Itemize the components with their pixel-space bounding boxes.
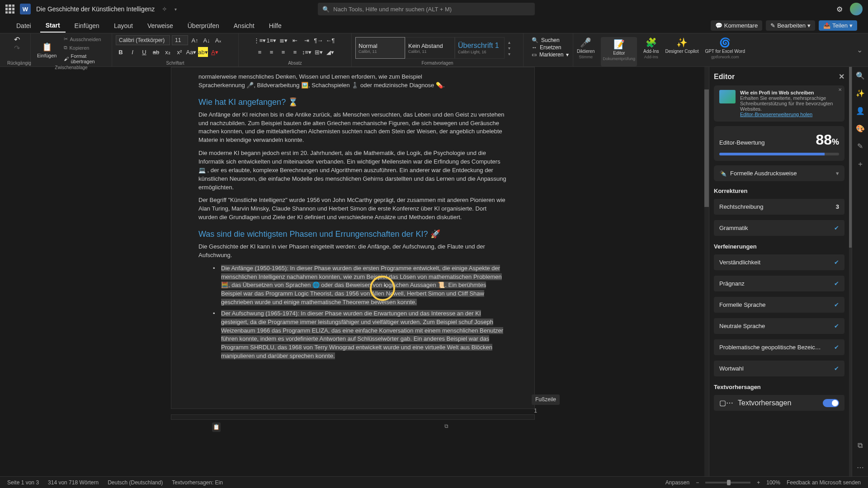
rail-ink-icon[interactable]: ✎ bbox=[857, 142, 863, 150]
undo-icon[interactable]: ↶ bbox=[14, 35, 20, 44]
edit-mode-button[interactable]: ✎ Bearbeiten ▾ bbox=[766, 20, 815, 31]
superscript-icon[interactable]: x² bbox=[175, 47, 184, 57]
shrink-font-icon[interactable]: A↓ bbox=[202, 35, 212, 45]
find-button[interactable]: 🔍 Suchen bbox=[532, 37, 565, 43]
predictions-toggle[interactable] bbox=[823, 399, 839, 407]
line-spacing-icon[interactable]: ↕≡▾ bbox=[302, 47, 312, 57]
rail-search-icon[interactable]: 🔍 bbox=[856, 71, 865, 80]
shading-icon[interactable]: ◢▾ bbox=[326, 47, 335, 57]
tab-layout[interactable]: Layout bbox=[108, 19, 138, 32]
clip-reference-icon[interactable]: ⧉ bbox=[444, 422, 448, 430]
status-words[interactable]: 314 von 718 Wörtern bbox=[48, 479, 99, 486]
tab-ueberpruefen[interactable]: Überprüfen bbox=[182, 19, 225, 32]
writing-style-select[interactable]: ✒️ Formelle Ausdrucksweise ▾ bbox=[714, 165, 844, 181]
user-avatar[interactable] bbox=[850, 3, 863, 15]
paste-options-icon[interactable]: 📋 bbox=[212, 422, 221, 432]
font-color-icon[interactable]: A▾ bbox=[210, 47, 220, 57]
document-title[interactable]: Die Geschichte der Künstlichen Intellige… bbox=[36, 5, 155, 13]
dictate-button[interactable]: 🎤DiktierenStimme bbox=[577, 37, 594, 66]
tab-einfuegen[interactable]: Einfügen bbox=[69, 19, 105, 32]
subscript-icon[interactable]: x₂ bbox=[163, 47, 173, 57]
zoom-level[interactable]: 100% bbox=[766, 479, 780, 486]
gpt-addin-button[interactable]: 🌀GPT for Excel Wordgptforwork.com bbox=[705, 37, 745, 66]
paste-button[interactable]: 📋Einfügen bbox=[34, 40, 59, 60]
case-icon[interactable]: Aa▾ bbox=[186, 47, 196, 57]
addins-button[interactable]: 🧩Add-InsAdd-Ins bbox=[643, 37, 659, 66]
app-launcher-icon[interactable] bbox=[5, 5, 14, 14]
font-name-select[interactable] bbox=[116, 35, 170, 45]
doc-heading[interactable]: Wie hat KI angefangen? ⌛ bbox=[198, 96, 507, 108]
grow-font-icon[interactable]: A↑ bbox=[190, 35, 200, 45]
highlight-icon[interactable]: ab▾ bbox=[198, 47, 208, 57]
doc-paragraph[interactable]: Die Geschichte der KI kann in vier Phase… bbox=[198, 243, 507, 260]
clear-format-icon[interactable]: Aₓ bbox=[213, 35, 223, 45]
doc-heading[interactable]: Was sind die wichtigsten Phasen und Erru… bbox=[198, 228, 507, 240]
style-scroll-down-icon[interactable]: ▾ bbox=[508, 46, 510, 51]
doc-paragraph[interactable]: Die moderne KI begann jedoch erst im 20.… bbox=[198, 149, 507, 192]
row-grammar[interactable]: Grammatik✔ bbox=[714, 220, 844, 236]
promo-link[interactable]: Editor-Browsererweiterung holen bbox=[740, 112, 839, 117]
rtl-icon[interactable]: ←¶ bbox=[326, 35, 335, 45]
rail-more-icon[interactable]: ⋯ bbox=[857, 463, 864, 472]
close-pane-icon[interactable]: ✕ bbox=[839, 72, 844, 81]
doc-paragraph[interactable]: normalerweise menschliches Denken, Wisse… bbox=[198, 73, 507, 90]
search-box[interactable]: 🔍 Nach Tools, Hilfe und mehr suchen (ALT… bbox=[318, 3, 535, 15]
align-right-icon[interactable]: ≡ bbox=[278, 47, 288, 57]
rail-copilot-icon[interactable]: ✨ bbox=[856, 89, 865, 98]
copy-button[interactable]: ⧉ Kopieren bbox=[62, 44, 108, 52]
designer-copilot-button[interactable]: ✨Designer Copilot bbox=[665, 37, 698, 66]
comments-button[interactable]: 💬 Kommentare bbox=[711, 20, 762, 31]
format-painter-button[interactable]: 🖌 Format übertragen bbox=[62, 52, 108, 65]
bold-icon[interactable]: B bbox=[116, 47, 126, 57]
tab-hilfe[interactable]: Hilfe bbox=[264, 19, 287, 32]
style-expand-icon[interactable]: ▾ bbox=[508, 52, 510, 56]
font-size-select[interactable] bbox=[172, 35, 188, 45]
numbering-icon[interactable]: 1≡▾ bbox=[267, 35, 277, 45]
strike-icon[interactable]: ab bbox=[151, 47, 161, 57]
status-lang[interactable]: Deutsch (Deutschland) bbox=[108, 479, 163, 486]
doc-paragraph[interactable]: Die Anfänge der KI reichen bis in die An… bbox=[198, 111, 507, 145]
select-button[interactable]: ▭ Markieren ▾ bbox=[532, 52, 565, 58]
style-kein-abstand[interactable]: Kein Abstand Calibri, 11 bbox=[405, 37, 455, 59]
zoom-out-icon[interactable]: − bbox=[696, 479, 699, 486]
row-wordchoice[interactable]: Wortwahl✔ bbox=[714, 361, 844, 376]
status-page[interactable]: Seite 1 von 3 bbox=[7, 479, 39, 486]
row-spelling[interactable]: Rechtschreibung3 bbox=[714, 199, 844, 215]
score-card[interactable]: Editor-Bewertung 88% bbox=[714, 126, 844, 161]
zoom-in-icon[interactable]: + bbox=[757, 479, 760, 486]
share-button[interactable]: 📤 Teilen ▾ bbox=[819, 20, 857, 31]
indent-icon[interactable]: ⇥ bbox=[302, 35, 312, 45]
promo-close-icon[interactable]: ✕ bbox=[838, 87, 842, 92]
bullets-icon[interactable]: ⋮≡▾ bbox=[255, 35, 265, 45]
row-formal[interactable]: Formelle Sprache✔ bbox=[714, 297, 844, 313]
status-predictions[interactable]: Textvorhersagen: Ein bbox=[172, 479, 223, 486]
borders-icon[interactable]: ⊞▾ bbox=[314, 47, 324, 57]
italic-icon[interactable]: I bbox=[127, 47, 137, 57]
settings-icon[interactable]: ⚙ bbox=[836, 5, 843, 14]
replace-button[interactable]: ↔ Ersetzen bbox=[532, 44, 565, 51]
multilevel-icon[interactable]: ≣▾ bbox=[278, 35, 288, 45]
redo-icon[interactable]: ↷ bbox=[14, 44, 20, 52]
save-status-icon[interactable]: ✧ bbox=[162, 5, 167, 13]
row-clarity[interactable]: Verständlichkeit✔ bbox=[714, 254, 844, 270]
dedent-icon[interactable]: ⇤ bbox=[290, 35, 300, 45]
document-page[interactable]: normalerweise menschliches Denken, Wisse… bbox=[171, 67, 535, 409]
style-normal[interactable]: Normal Calibri, 11 bbox=[355, 37, 405, 59]
footer-button[interactable]: Fußzeile bbox=[532, 394, 560, 405]
align-justify-icon[interactable]: ≡ bbox=[290, 47, 300, 57]
tab-verweise[interactable]: Verweise bbox=[142, 19, 179, 32]
doc-bullet[interactable]: Der Aufschwung (1965-1974): In dieser Ph… bbox=[198, 310, 507, 361]
ltr-icon[interactable]: ¶→ bbox=[314, 35, 324, 45]
underline-icon[interactable]: U bbox=[139, 47, 149, 57]
doc-scrollbar[interactable] bbox=[704, 67, 709, 476]
editor-button[interactable]: 📝EditorDokumentprüfung bbox=[601, 37, 637, 66]
align-center-icon[interactable]: ≡ bbox=[267, 47, 277, 57]
cut-button[interactable]: ✂ Ausschneiden bbox=[62, 35, 108, 43]
rail-designer-icon[interactable]: 🎨 bbox=[856, 124, 865, 133]
style-scroll-up-icon[interactable]: ▴ bbox=[508, 40, 510, 45]
row-neutral[interactable]: Neutrale Sprache✔ bbox=[714, 318, 844, 334]
rail-add-icon[interactable]: ＋ bbox=[857, 160, 864, 169]
status-feedback[interactable]: Feedback an Microsoft senden bbox=[787, 479, 861, 486]
style-heading1[interactable]: Überschrift 1 Calibri Light, 16 bbox=[455, 37, 505, 59]
row-geopolitical[interactable]: Problematische geopolitische Bezeic…✔ bbox=[714, 339, 844, 355]
